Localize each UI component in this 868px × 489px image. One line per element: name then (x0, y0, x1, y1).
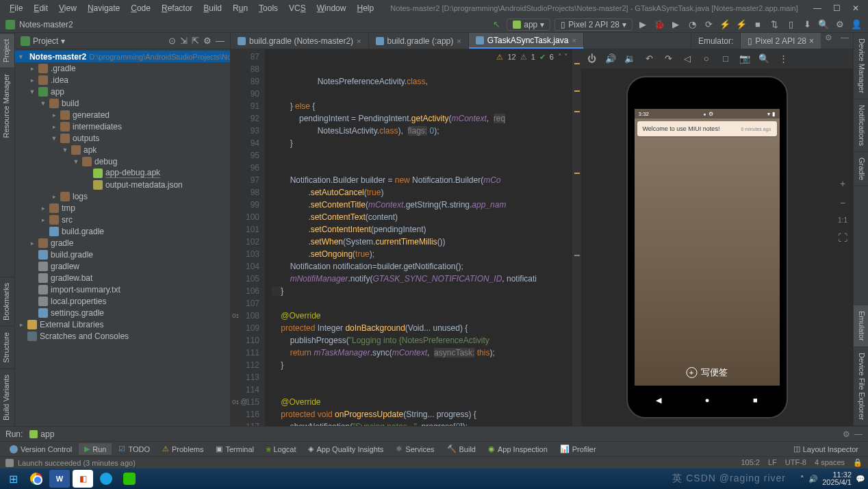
tab-resource-manager[interactable]: Resource Manager (0, 68, 14, 144)
menu-vcs[interactable]: VCS (285, 2, 310, 14)
menu-view[interactable]: View (55, 2, 81, 14)
menu-file[interactable]: File (5, 2, 27, 14)
tree-item[interactable]: gradlew (15, 260, 230, 272)
minimize-button[interactable]: — (810, 3, 824, 13)
nav-back-icon[interactable]: ◀ (656, 396, 661, 405)
zoom-icon[interactable]: 🔍 (758, 53, 770, 65)
attach-debugger-button[interactable]: ⟳ (702, 18, 715, 31)
taskbar-wechat[interactable] (119, 470, 140, 488)
tab-problems[interactable]: ⚠Problems (157, 443, 209, 455)
hide-panel-icon[interactable]: — (837, 33, 853, 49)
taskbar-word[interactable]: W (49, 470, 70, 488)
apply-code-button[interactable]: ⚡ (735, 18, 748, 31)
tab-app-inspection[interactable]: ◉App Inspection (483, 443, 553, 455)
panel-settings-icon[interactable]: ⚙ (843, 429, 850, 439)
editor-tab[interactable]: GTaskASyncTask.java× (469, 33, 584, 49)
tree-item[interactable]: build.gradle (15, 249, 230, 260)
menu-tools[interactable]: Tools (255, 2, 282, 14)
tab-app-quality[interactable]: ◈App Quality Insights (303, 443, 389, 455)
tree-item[interactable]: import-summary.txt (15, 284, 230, 295)
tab-terminal[interactable]: ▣Terminal (210, 443, 259, 455)
tree-item[interactable]: ▼outputs (15, 132, 230, 144)
start-button[interactable]: ⊞ (3, 470, 23, 488)
readonly-icon[interactable]: 🔒 (853, 458, 863, 467)
tree-item[interactable]: ▼app (15, 86, 230, 97)
note-item[interactable]: Welcome to use MIUI notes! 6 minutes ago (637, 121, 777, 136)
tab-build[interactable]: 🔨Build (442, 443, 481, 455)
menu-window[interactable]: Window (313, 2, 350, 14)
volume-down-icon[interactable]: 🔉 (624, 53, 636, 65)
more-icon[interactable]: ⋮ (777, 53, 789, 65)
taskbar-app1[interactable]: ◧ (73, 470, 93, 488)
menu-navigate[interactable]: Navigate (84, 2, 124, 14)
tab-notifications[interactable]: Notifications (854, 99, 868, 152)
tab-profiler[interactable]: 📊Profiler (554, 443, 602, 455)
panel-settings-icon[interactable]: ⚙ (821, 33, 837, 49)
rotate-left-icon[interactable]: ↶ (643, 53, 655, 65)
avd-manager-button[interactable]: ▯ (784, 18, 797, 31)
select-opened-file-icon[interactable]: ⊙ (168, 36, 176, 46)
menu-edit[interactable]: Edit (29, 2, 52, 14)
menu-help[interactable]: Help (353, 2, 378, 14)
indent-setting[interactable]: 4 spaces (815, 458, 845, 467)
tree-root[interactable]: ▼ Notes-master2 D:\programming\AndroidSt… (15, 51, 230, 62)
tree-item[interactable]: settings.gradle (15, 307, 230, 318)
expand-all-icon[interactable]: ⇲ (180, 36, 188, 46)
tray-chevron-icon[interactable]: ˄ (800, 475, 804, 484)
tree-item[interactable]: ▼apk (15, 144, 230, 155)
caret-position[interactable]: 105:2 (741, 458, 760, 467)
overview-icon[interactable]: □ (719, 53, 732, 65)
tree-item[interactable]: ▼debug (15, 155, 230, 167)
editor-tab[interactable]: build.gradle (Notes-master2)× (231, 33, 369, 49)
tree-item[interactable]: ▸.gradle (15, 62, 230, 74)
close-icon[interactable]: × (457, 37, 461, 45)
close-icon[interactable]: × (357, 37, 361, 45)
tree-item[interactable]: gradlew.bat (15, 272, 230, 284)
zoom-out-icon[interactable]: − (840, 197, 845, 208)
screenshot-icon[interactable]: 📷 (739, 53, 751, 65)
zoom-actual-icon[interactable]: ⛶ (838, 232, 847, 243)
editor-scrollbar[interactable] (572, 49, 580, 426)
code-inspection-indicators[interactable]: ⚠12 ⚠1 ✔6 ˄ ˅ (496, 51, 568, 63)
rotate-right-icon[interactable]: ↷ (662, 53, 674, 65)
tab-layout-inspector[interactable]: ◫Layout Inspector (788, 443, 864, 455)
sdk-manager-button[interactable]: ⬇ (801, 18, 813, 31)
tree-item[interactable]: ▸src (15, 214, 230, 225)
user-icon[interactable]: 👤 (850, 18, 863, 31)
tab-emulator[interactable]: Emulator (854, 305, 868, 347)
debug-button[interactable]: 🐞 (653, 18, 665, 31)
tab-logcat[interactable]: ≡Logcat (261, 444, 301, 455)
menu-build[interactable]: Build (199, 2, 226, 14)
compose-note-button[interactable]: + 写便签 (686, 366, 728, 379)
apply-changes-button[interactable]: ⚡ (719, 18, 731, 31)
external-libraries[interactable]: ▸ External Libraries (15, 318, 230, 330)
tab-todo[interactable]: ☑TODO (113, 443, 155, 455)
device-selector[interactable]: ▯ Pixel 2 API 28 ▾ (554, 18, 633, 31)
maximize-button[interactable]: ☐ (830, 3, 843, 13)
chevron-icon[interactable]: ˄ ˅ (558, 51, 568, 63)
hide-panel-icon[interactable]: — (216, 36, 225, 46)
menu-run[interactable]: Run (229, 2, 252, 14)
panel-settings-icon[interactable]: ⚙ (203, 36, 212, 46)
tray-notifications-icon[interactable]: 💬 (856, 475, 865, 484)
nav-home-icon[interactable]: ● (705, 396, 710, 404)
tray-date[interactable]: 2025/4/1 (822, 479, 852, 486)
close-icon[interactable]: × (572, 36, 576, 45)
zoom-fit-label[interactable]: 1:1 (838, 216, 847, 224)
stop-button[interactable]: ■ (752, 18, 764, 31)
tree-item[interactable]: ▸logs (15, 190, 230, 202)
file-encoding[interactable]: UTF-8 (785, 458, 806, 467)
search-button[interactable]: 🔍 (817, 18, 830, 31)
project-view-dropdown[interactable]: Project ▾ (21, 36, 65, 46)
back-arrow-icon[interactable]: ↖ (490, 18, 502, 31)
tree-item[interactable]: ▸intermediates (15, 121, 230, 132)
settings-button[interactable]: ⚙ (834, 18, 846, 31)
editor-tab[interactable]: build.gradle (:app)× (369, 33, 469, 49)
close-icon[interactable]: × (809, 36, 814, 46)
editor-gutter[interactable]: 8788899091929394959697989910010110210310… (231, 49, 265, 426)
tab-device-manager[interactable]: Device Manager (854, 33, 868, 99)
emulator-device-tab[interactable]: ▯ Pixel 2 API 28 × (740, 33, 821, 49)
taskbar-chrome[interactable] (26, 470, 47, 488)
code-editor[interactable]: ⚠12 ⚠1 ✔6 ˄ ˅ NotesPreferenceActivity.cl… (265, 49, 572, 426)
nav-overview-icon[interactable]: ■ (753, 396, 758, 404)
